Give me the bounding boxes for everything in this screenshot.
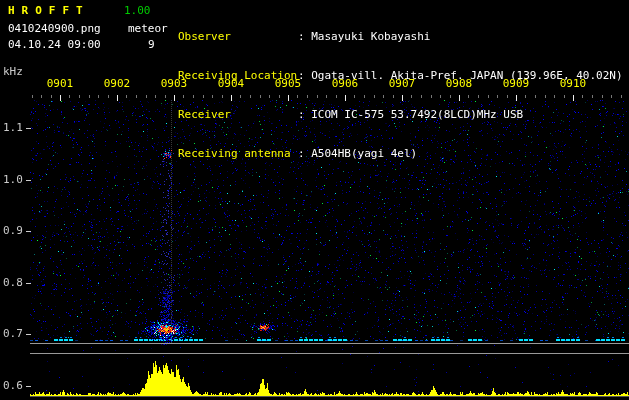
freq-tick-label-06: 0.6	[3, 380, 23, 392]
info-row-observer: Observer: Masayuki Kobayashi	[178, 30, 623, 43]
info-label: Receiving antenna	[178, 147, 298, 160]
time-tick-label-0910: 0910	[560, 78, 587, 90]
freq-tick-label-11: 1.1	[3, 122, 23, 134]
time-tick-label-0902: 0902	[104, 78, 131, 90]
app-version: 1.00	[124, 4, 151, 17]
time-tick-label-0905: 0905	[275, 78, 302, 90]
info-row-antenna: Receiving antenna: A504HB(yagi 4el)	[178, 147, 623, 160]
freq-tick-label-08: 0.8	[3, 277, 23, 289]
time-tick-label-0907: 0907	[389, 78, 416, 90]
freq-tick-label-10: 1.0	[3, 174, 23, 186]
meteor-counter-label: meteor	[128, 22, 168, 35]
observation-datetime: 04.10.24 09:00	[8, 38, 101, 51]
app-title: HROFFT	[8, 4, 90, 17]
freq-tick-label-07: 0.7	[3, 328, 23, 340]
time-tick-label-0908: 0908	[446, 78, 473, 90]
info-row-receiver: Receiver: ICOM IC-575 53.7492(8LCD)MHz U…	[178, 108, 623, 121]
station-info-block: Observer: Masayuki Kobayashi Receiving L…	[178, 4, 623, 186]
freq-tick-label-09: 0.9	[3, 225, 23, 237]
freq-axis-unit: kHz	[3, 66, 23, 78]
info-label: Receiver	[178, 108, 298, 121]
hrofft-output-image: HROFFT 1.00 0410240900.png meteor 04.10.…	[0, 0, 629, 400]
output-filename: 0410240900.png	[8, 22, 101, 35]
info-value: : Masayuki Kobayashi	[298, 30, 430, 43]
time-tick-label-0903: 0903	[161, 78, 188, 90]
info-value: : ICOM IC-575 53.7492(8LCD)MHz USB	[298, 108, 523, 121]
time-tick-label-0904: 0904	[218, 78, 245, 90]
time-tick-label-0909: 0909	[503, 78, 530, 90]
time-tick-label-0901: 0901	[47, 78, 74, 90]
info-label: Observer	[178, 30, 298, 43]
info-value: : A504HB(yagi 4el)	[298, 147, 417, 160]
time-tick-label-0906: 0906	[332, 78, 359, 90]
meteor-count: 9	[148, 38, 155, 51]
